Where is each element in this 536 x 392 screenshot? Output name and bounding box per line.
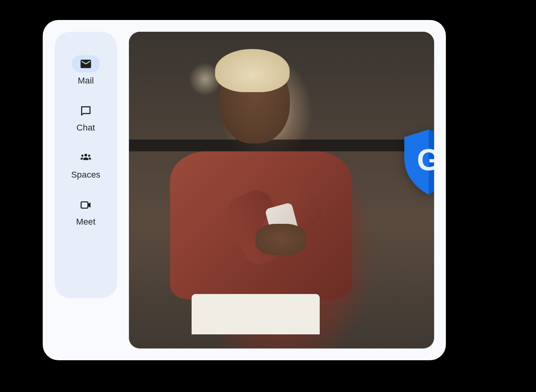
chat-icon-wrapper — [72, 102, 100, 120]
google-shield-badge: G — [400, 128, 434, 196]
svg-point-0 — [85, 154, 87, 156]
nav-label-meet: Meet — [76, 217, 96, 227]
spaces-icon — [80, 152, 92, 164]
nav-item-chat[interactable]: Chat — [72, 102, 100, 133]
nav-item-meet[interactable]: Meet — [72, 196, 100, 227]
spaces-icon-wrapper — [72, 149, 100, 167]
meet-icon-wrapper — [72, 196, 100, 214]
photo-person — [159, 57, 373, 327]
nav-item-spaces[interactable]: Spaces — [71, 149, 101, 180]
mail-icon — [80, 58, 92, 70]
app-card: Mail Chat — [43, 20, 446, 360]
svg-point-2 — [88, 154, 90, 156]
nav-label-chat: Chat — [76, 123, 95, 133]
svg-rect-3 — [81, 202, 88, 208]
mail-icon-wrapper — [72, 55, 100, 73]
nav-item-mail[interactable]: Mail — [72, 55, 100, 86]
svg-point-1 — [81, 154, 83, 156]
shield-letter: G — [417, 143, 434, 176]
chat-icon — [80, 105, 92, 117]
app-sidebar: Mail Chat — [54, 32, 117, 298]
nav-label-spaces: Spaces — [71, 170, 101, 180]
hero-photo: G — [129, 32, 434, 348]
nav-label-mail: Mail — [78, 76, 94, 86]
meet-icon — [80, 199, 92, 211]
